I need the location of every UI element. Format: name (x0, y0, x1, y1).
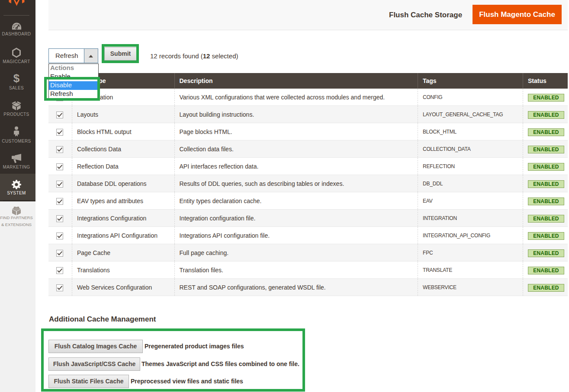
svg-text:$: $ (13, 73, 20, 84)
